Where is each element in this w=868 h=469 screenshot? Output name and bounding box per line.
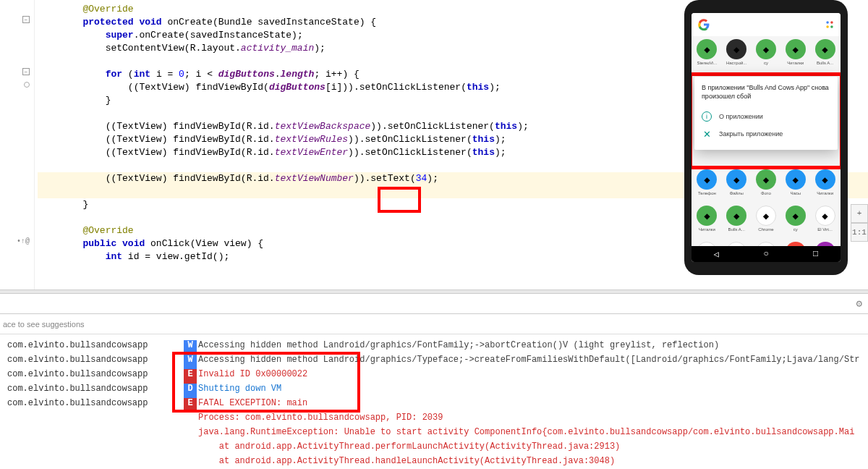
phone-screen[interactable]: ◆StereoVi...◆Настрой...◆су◆Читалки◆Bulls…: [692, 13, 841, 262]
dialog-about-button[interactable]: i О приложении: [702, 108, 830, 125]
highlight-annotation-1: [378, 187, 421, 213]
log-package: com.elvinto.bullsandcowsapp: [0, 355, 166, 369]
app-icon[interactable]: ◆Настрой...: [725, 39, 748, 71]
app-icon[interactable]: ◆Фото: [754, 169, 778, 201]
log-package: com.elvinto.bullsandcowsapp: [0, 384, 166, 398]
log-area[interactable]: com.elvinto.bullsandcowsappcom.elvinto.b…: [0, 334, 868, 469]
app-icon[interactable]: ◆Bulls A...: [725, 206, 748, 237]
logcat-panel: ⚙ ace to see suggestions com.elvinto.bul…: [0, 294, 868, 469]
override-gutter-icon[interactable]: •↑@: [17, 237, 30, 245]
app-icon[interactable]: ◆Читалки: [695, 206, 718, 237]
fold-icon[interactable]: −: [22, 68, 30, 75]
app-row-top: ◆StereoVi...◆Настрой...◆су◆Читалки◆Bulls…: [692, 36, 841, 74]
close-icon: ✕: [702, 129, 712, 139]
log-stack-line: java.lang.RuntimeException: Unable to st…: [198, 427, 868, 441]
fold-icon[interactable]: −: [22, 16, 30, 23]
app-icon[interactable]: ◆Читалки: [784, 39, 807, 71]
log-stack-line: at android.app.ActivityThread.performLau…: [198, 441, 868, 456]
svg-point-2: [826, 25, 829, 28]
svg-point-0: [826, 21, 829, 23]
right-toolbar: + 1:1: [851, 204, 868, 242]
app-icon[interactable]: ◆су: [784, 206, 807, 237]
nav-back-button[interactable]: ◁: [714, 249, 719, 260]
panel-header: ⚙: [0, 294, 868, 314]
app-icon[interactable]: ◆Читалки: [814, 169, 837, 201]
app-icon[interactable]: ◆Часы: [784, 169, 807, 201]
google-logo-icon: [697, 18, 710, 31]
crash-dialog: В приложении "Bulls And Cows App" снова …: [694, 77, 838, 150]
log-stack-line: Process: com.elvinto.bullsandcowsapp, PI…: [198, 413, 868, 427]
app-icon[interactable]: ◆StereoVi...: [695, 39, 718, 71]
app-icon[interactable]: ◆Телефон: [695, 169, 718, 201]
breakpoint-icon[interactable]: [24, 82, 30, 88]
log-package-column: com.elvinto.bullsandcowsappcom.elvinto.b…: [0, 334, 166, 469]
phone-nav-bar: ◁ ○ □: [692, 246, 841, 262]
app-icon[interactable]: ◆Chrome: [754, 206, 778, 237]
app-icon[interactable]: ◆Файлы: [725, 169, 748, 201]
dialog-message: В приложении "Bulls And Cows App" снова …: [702, 84, 830, 101]
gear-icon[interactable]: ⚙: [856, 297, 862, 310]
app-icon[interactable]: ◆El Virt...: [814, 206, 837, 237]
log-stack-line: at android.app.ActivityThread.handleLaun…: [198, 456, 868, 469]
suggestion-hint[interactable]: ace to see suggestions: [0, 314, 868, 334]
mic-icon: [825, 20, 835, 30]
log-package: com.elvinto.bullsandcowsapp: [0, 369, 166, 384]
dialog-close-button[interactable]: ✕ Закрыть приложение: [702, 125, 830, 143]
nav-recent-button[interactable]: □: [813, 249, 818, 259]
zoom-in-button[interactable]: +: [851, 204, 868, 223]
zoom-ratio-button[interactable]: 1:1: [851, 223, 868, 242]
svg-point-3: [830, 25, 833, 28]
emulator-panel: ◆StereoVi...◆Настрой...◆су◆Читалки◆Bulls…: [684, 0, 848, 275]
app-icon[interactable]: ◆Bulls A...: [814, 39, 837, 71]
dialog-close-label: Закрыть приложение: [719, 130, 783, 138]
editor-gutter: − − •↑@: [0, 0, 35, 290]
phone-frame: ◆StereoVi...◆Настрой...◆су◆Читалки◆Bulls…: [684, 0, 848, 275]
info-icon: i: [702, 111, 712, 122]
dialog-about-label: О приложении: [719, 113, 763, 120]
nav-home-button[interactable]: ○: [763, 249, 768, 259]
log-package: com.elvinto.bullsandcowsapp: [0, 340, 166, 355]
phone-search-bar[interactable]: [692, 13, 841, 36]
app-icon[interactable]: ◆су: [754, 39, 778, 71]
log-package: com.elvinto.bullsandcowsapp: [0, 398, 166, 413]
svg-point-1: [830, 21, 833, 23]
highlight-annotation-3: [172, 352, 360, 413]
